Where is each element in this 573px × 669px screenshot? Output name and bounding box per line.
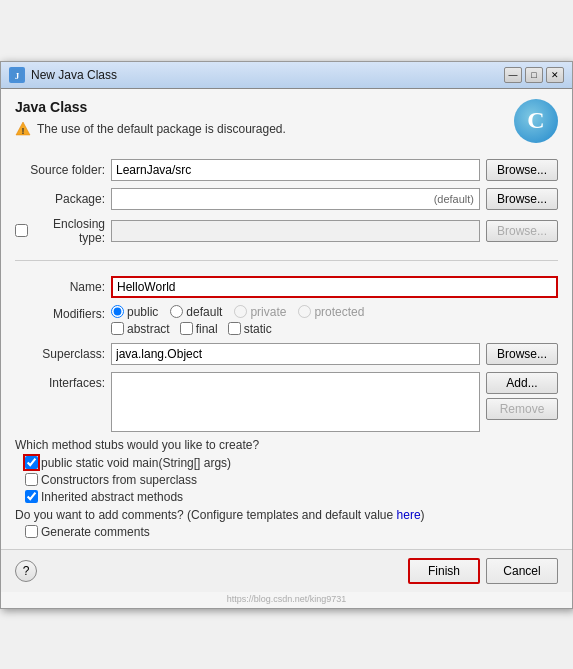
stubs-section: Which method stubs would you like to cre… (15, 438, 558, 504)
stub-inherited-label: Inherited abstract methods (41, 490, 183, 504)
modifier-static-label: static (244, 322, 272, 336)
title-bar-controls: — □ ✕ (504, 67, 564, 83)
comments-title: Do you want to add comments? (Configure … (15, 508, 558, 522)
enclosing-type-browse-button[interactable]: Browse... (486, 220, 558, 242)
comments-section: Do you want to add comments? (Configure … (15, 508, 558, 539)
enclosing-type-checkbox[interactable] (15, 224, 28, 237)
divider1 (15, 260, 558, 261)
dialog-window: J New Java Class — □ ✕ Java Class ! The … (0, 61, 573, 609)
modifier-public-label: public (127, 305, 158, 319)
title-bar: J New Java Class — □ ✕ (1, 62, 572, 89)
cancel-button[interactable]: Cancel (486, 558, 558, 584)
comments-title-text: Do you want to add comments? (Configure … (15, 508, 393, 522)
package-row: Package: (default) Browse... (15, 188, 558, 210)
package-label: Package: (15, 192, 105, 206)
generate-comments-checkbox[interactable]: Generate comments (25, 525, 558, 539)
enclosing-type-input[interactable] (111, 220, 480, 242)
java-icon: J (9, 67, 25, 83)
warning-row: ! The use of the default package is disc… (15, 121, 514, 137)
package-input[interactable] (111, 188, 480, 210)
package-input-container: (default) (111, 188, 480, 210)
name-row: Name: (15, 276, 558, 298)
svg-text:!: ! (22, 125, 25, 135)
footer-right: Finish Cancel (408, 558, 558, 584)
stub-main-label: public static void main(String[] args) (41, 456, 231, 470)
interfaces-remove-button[interactable]: Remove (486, 398, 558, 420)
maximize-button[interactable]: □ (525, 67, 543, 83)
modifier-default-radio[interactable]: default (170, 305, 222, 319)
stub-inherited-checkbox[interactable]: Inherited abstract methods (25, 490, 558, 504)
generate-comments-label: Generate comments (41, 525, 150, 539)
source-folder-row: Source folder: Browse... (15, 159, 558, 181)
stub-constructors-label: Constructors from superclass (41, 473, 197, 487)
warning-text: The use of the default package is discou… (37, 122, 286, 136)
modifier-abstract-label: abstract (127, 322, 170, 336)
modifier-private-radio[interactable]: private (234, 305, 286, 319)
header-text: Java Class ! The use of the default pack… (15, 99, 514, 149)
finish-button[interactable]: Finish (408, 558, 480, 584)
modifier-default-label: default (186, 305, 222, 319)
footer-left: ? (15, 560, 37, 582)
comments-here-link[interactable]: here (397, 508, 421, 522)
superclass-browse-button[interactable]: Browse... (486, 343, 558, 365)
stub-main-checkbox[interactable]: public static void main(String[] args) (25, 456, 558, 470)
modifiers-row: Modifiers: public default pr (15, 305, 558, 336)
name-label: Name: (15, 280, 105, 294)
modifier-final-checkbox[interactable]: final (180, 322, 218, 336)
modifier-abstract-checkbox[interactable]: abstract (111, 322, 170, 336)
header-area: Java Class ! The use of the default pack… (15, 99, 558, 149)
modifier-final-label: final (196, 322, 218, 336)
interfaces-row: Interfaces: Add... Remove (15, 372, 558, 432)
source-folder-input[interactable] (111, 159, 480, 181)
source-folder-label: Source folder: (15, 163, 105, 177)
source-folder-browse-button[interactable]: Browse... (486, 159, 558, 181)
close-button[interactable]: ✕ (546, 67, 564, 83)
dialog-content: Java Class ! The use of the default pack… (1, 89, 572, 549)
svg-text:J: J (15, 71, 20, 81)
dialog-title: New Java Class (31, 68, 117, 82)
interfaces-label: Interfaces: (15, 372, 105, 390)
modifier-static-checkbox[interactable]: static (228, 322, 272, 336)
interfaces-add-button[interactable]: Add... (486, 372, 558, 394)
section-title: Java Class (15, 99, 514, 115)
superclass-input[interactable] (111, 343, 480, 365)
help-button[interactable]: ? (15, 560, 37, 582)
modifier-public-radio[interactable]: public (111, 305, 158, 319)
enclosing-type-label: Enclosing type: (31, 217, 105, 245)
modifiers-label: Modifiers: (15, 305, 105, 321)
modifier-protected-label: protected (314, 305, 364, 319)
warning-icon: ! (15, 121, 31, 137)
stubs-options: public static void main(String[] args) C… (25, 456, 558, 504)
modifier-protected-radio[interactable]: protected (298, 305, 364, 319)
form-area: Source folder: Browse... Package: (defau… (15, 159, 558, 432)
title-bar-left: J New Java Class (9, 67, 117, 83)
watermark: https://blog.csdn.net/king9731 (1, 592, 572, 608)
interfaces-listbox[interactable] (111, 372, 480, 432)
eclipse-logo: C (514, 99, 558, 143)
interfaces-buttons: Add... Remove (486, 372, 558, 420)
package-browse-button[interactable]: Browse... (486, 188, 558, 210)
comments-options: Generate comments (25, 525, 558, 539)
name-input[interactable] (111, 276, 558, 298)
enclosing-type-row: Enclosing type: Browse... (15, 217, 558, 245)
footer-area: ? Finish Cancel (1, 549, 572, 592)
minimize-button[interactable]: — (504, 67, 522, 83)
superclass-row: Superclass: Browse... (15, 343, 558, 365)
stub-constructors-checkbox[interactable]: Constructors from superclass (25, 473, 558, 487)
modifier-private-label: private (250, 305, 286, 319)
superclass-label: Superclass: (15, 347, 105, 361)
stubs-title: Which method stubs would you like to cre… (15, 438, 558, 452)
